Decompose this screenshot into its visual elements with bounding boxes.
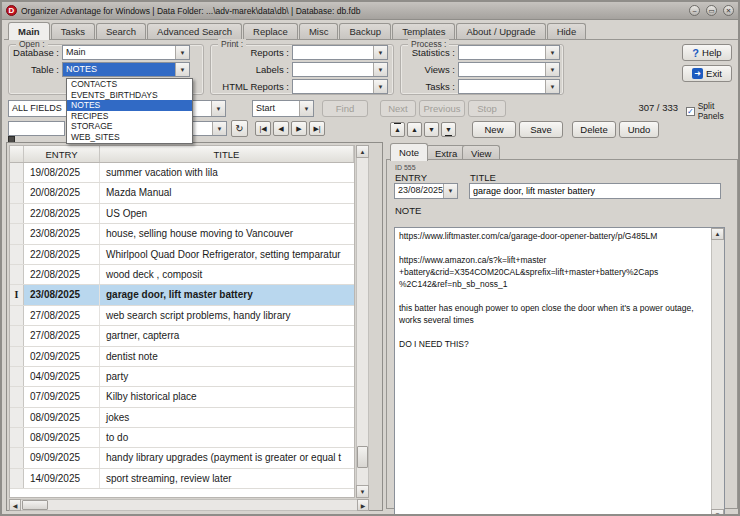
dropdown-option[interactable]: EVENTS_BIRTHDAYS bbox=[67, 90, 192, 101]
search-match-combo[interactable]: Start ▼ bbox=[252, 100, 314, 117]
views-combo[interactable]: ▼ bbox=[458, 62, 560, 77]
chevron-down-icon[interactable]: ▼ bbox=[545, 80, 559, 93]
delete-button[interactable]: Delete bbox=[572, 121, 616, 138]
row-entry-cell[interactable]: 22/08/2025 bbox=[24, 265, 100, 284]
records-grid[interactable]: ENTRY TITLE 19/08/2025 summer vacation w… bbox=[9, 145, 355, 498]
statistics-combo[interactable]: ▼ bbox=[458, 45, 560, 60]
labels-combo[interactable]: ▼ bbox=[292, 62, 388, 77]
row-title-cell[interactable]: wood deck , composit bbox=[100, 265, 354, 284]
table-row[interactable]: 04/09/2025 party bbox=[10, 367, 354, 387]
row-entry-cell[interactable]: 23/08/2025 bbox=[24, 224, 100, 243]
tasks-combo[interactable]: ▼ bbox=[458, 79, 560, 94]
row-entry-cell[interactable]: 09/09/2025 bbox=[24, 448, 100, 467]
row-entry-cell[interactable]: 02/09/2025 bbox=[24, 347, 100, 366]
find-button[interactable]: Find bbox=[322, 100, 368, 117]
chevron-down-icon[interactable]: ▼ bbox=[545, 46, 559, 59]
chevron-down-icon[interactable]: ▼ bbox=[545, 63, 559, 76]
table-row[interactable]: 27/08/2025 web search script problems, h… bbox=[10, 306, 354, 326]
table-row[interactable]: 27/08/2025 gartner, capterra bbox=[10, 326, 354, 346]
close-button[interactable]: ✕ bbox=[723, 5, 734, 16]
row-entry-cell[interactable]: 08/09/2025 bbox=[24, 428, 100, 447]
tab-main[interactable]: Main bbox=[8, 22, 50, 40]
tab-tasks[interactable]: Tasks bbox=[51, 23, 95, 39]
chevron-down-icon[interactable]: ▼ bbox=[373, 46, 387, 59]
table-row[interactable]: 09/09/2025 handy library upgrades (payme… bbox=[10, 448, 354, 468]
table-row[interactable]: 07/09/2025 Kilby historical place bbox=[10, 387, 354, 407]
table-dropdown-list[interactable]: CONTACTSEVENTS_BIRTHDAYSNOTESRECIPESSTOR… bbox=[66, 78, 193, 144]
chevron-down-icon[interactable]: ▼ bbox=[373, 80, 387, 93]
split-panels-checkbox[interactable]: ✓ Split Panels bbox=[686, 101, 738, 121]
note-scrollbar[interactable]: ▲ ▼ bbox=[711, 228, 724, 516]
entry-column-header[interactable]: ENTRY bbox=[24, 146, 100, 162]
row-title-cell[interactable]: summer vacation with lila bbox=[100, 163, 354, 182]
table-row[interactable]: 20/08/2025 Mazda Manual bbox=[10, 183, 354, 203]
last-record-button[interactable]: ▼ bbox=[441, 122, 456, 137]
scroll-right-icon[interactable]: ▶ bbox=[357, 499, 369, 511]
last-page-button[interactable]: ▶| bbox=[309, 121, 325, 136]
previous-page-button[interactable]: ◀ bbox=[273, 121, 289, 136]
table-row[interactable]: 19/08/2025 summer vacation with lila bbox=[10, 163, 354, 183]
title-column-header[interactable]: TITLE bbox=[100, 146, 354, 162]
row-title-cell[interactable]: Kilby historical place bbox=[100, 387, 354, 406]
tab-note[interactable]: Note bbox=[390, 143, 428, 161]
dropdown-option[interactable]: CONTACTS bbox=[67, 79, 192, 90]
new-button[interactable]: New bbox=[472, 121, 516, 138]
table-row[interactable]: 08/09/2025 jokes bbox=[10, 408, 354, 428]
tab-about-upgrade[interactable]: About / Upgrade bbox=[456, 23, 545, 39]
row-title-cell[interactable]: web search script problems, handy librar… bbox=[100, 306, 354, 325]
row-title-cell[interactable]: house, selling house moving to Vancouver bbox=[100, 224, 354, 243]
next-button[interactable]: Next bbox=[380, 100, 416, 117]
grid-horizontal-scrollbar[interactable]: ◀ ▶ bbox=[9, 499, 369, 511]
undo-button[interactable]: Undo bbox=[619, 121, 659, 138]
scrollbar-thumb[interactable] bbox=[22, 500, 48, 510]
row-entry-cell[interactable]: 19/08/2025 bbox=[24, 163, 100, 182]
previous-record-button[interactable]: ▲ bbox=[407, 122, 422, 137]
scrollbar-thumb[interactable] bbox=[357, 446, 368, 468]
row-entry-cell[interactable]: 14/09/2025 bbox=[24, 469, 100, 488]
row-title-cell[interactable]: sport streaming, review later bbox=[100, 469, 354, 488]
note-textarea[interactable]: https://www.liftmaster.com/ca/garage-doo… bbox=[394, 227, 725, 516]
row-title-cell[interactable]: party bbox=[100, 367, 354, 386]
tab-hide[interactable]: Hide bbox=[547, 23, 587, 39]
table-row[interactable]: 08/09/2025 to do bbox=[10, 428, 354, 448]
row-title-cell[interactable]: Mazda Manual bbox=[100, 183, 354, 202]
tab-backup[interactable]: Backup bbox=[339, 23, 391, 39]
chevron-down-icon[interactable]: ▼ bbox=[175, 63, 189, 76]
chevron-down-icon[interactable]: ▼ bbox=[299, 101, 313, 116]
table-row[interactable]: 23/08/2025 house, selling house moving t… bbox=[10, 224, 354, 244]
first-page-button[interactable]: |◀ bbox=[255, 121, 271, 136]
chevron-down-icon[interactable]: ▼ bbox=[443, 184, 457, 198]
tab-templates[interactable]: Templates bbox=[392, 23, 455, 39]
first-record-button[interactable]: ▲ bbox=[390, 122, 405, 137]
table-combo[interactable]: NOTES ▼ bbox=[62, 62, 190, 77]
row-entry-cell[interactable]: 04/09/2025 bbox=[24, 367, 100, 386]
chevron-down-icon[interactable]: ▼ bbox=[373, 63, 387, 76]
tab-advanced-search[interactable]: Advanced Search bbox=[147, 23, 242, 39]
next-page-button[interactable]: ▶ bbox=[291, 121, 307, 136]
chevron-down-icon[interactable]: ▼ bbox=[175, 46, 189, 59]
chevron-down-icon[interactable]: ▼ bbox=[212, 122, 226, 135]
tab-search[interactable]: Search bbox=[96, 23, 146, 39]
row-title-cell[interactable]: handy library upgrades (payment is great… bbox=[100, 448, 354, 467]
minimize-button[interactable]: – bbox=[689, 5, 700, 16]
previous-button[interactable]: Previous bbox=[419, 100, 465, 117]
row-entry-cell[interactable]: 27/08/2025 bbox=[24, 306, 100, 325]
row-entry-cell[interactable]: 23/08/2025 bbox=[24, 285, 100, 304]
row-title-cell[interactable]: jokes bbox=[100, 408, 354, 427]
table-row[interactable]: 22/08/2025 Whirlpool Quad Door Refrigera… bbox=[10, 245, 354, 265]
row-entry-cell[interactable]: 22/08/2025 bbox=[24, 204, 100, 223]
scroll-down-icon[interactable]: ▼ bbox=[711, 509, 724, 516]
chevron-down-icon[interactable]: ▼ bbox=[211, 101, 225, 116]
table-row[interactable]: 14/09/2025 sport streaming, review later bbox=[10, 469, 354, 489]
stop-button[interactable]: Stop bbox=[468, 100, 506, 117]
scroll-left-icon[interactable]: ◀ bbox=[9, 499, 21, 511]
dropdown-option[interactable]: RECIPES bbox=[67, 111, 192, 122]
row-entry-cell[interactable]: 27/08/2025 bbox=[24, 326, 100, 345]
html-reports-combo[interactable]: ▼ bbox=[292, 79, 388, 94]
dropdown-option[interactable]: WEB_SITES bbox=[67, 132, 192, 143]
entry-date-combo[interactable]: 23/08/2025 ▼ bbox=[394, 183, 458, 199]
grid-vertical-scrollbar[interactable]: ▲ ▼ bbox=[356, 145, 369, 498]
row-title-cell[interactable]: dentist note bbox=[100, 347, 354, 366]
row-title-cell[interactable]: garage door, lift master battery bbox=[100, 285, 354, 304]
table-row[interactable]: 02/09/2025 dentist note bbox=[10, 347, 354, 367]
